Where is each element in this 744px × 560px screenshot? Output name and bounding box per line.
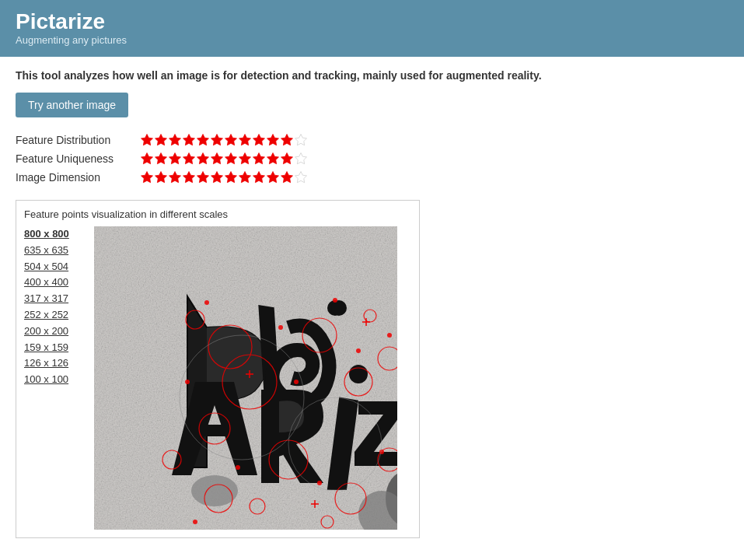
star-icon [210, 170, 224, 184]
stars-uniqueness [140, 152, 308, 166]
svg-marker-4 [197, 135, 209, 145]
star-icon [238, 152, 252, 166]
scale-list-item[interactable]: 400 x 400 [24, 275, 94, 291]
svg-marker-8 [253, 135, 265, 145]
star-icon [266, 133, 280, 147]
svg-marker-30 [225, 172, 237, 183]
rating-row-uniqueness: Feature Uniqueness [16, 152, 728, 166]
svg-marker-35 [295, 172, 307, 183]
star-icon [266, 152, 280, 166]
svg-point-40 [191, 475, 238, 506]
star-icon [182, 170, 196, 184]
star-icon [238, 170, 252, 184]
star-icon [252, 170, 266, 184]
star-icon [294, 152, 308, 166]
scale-list-item[interactable]: 200 x 200 [24, 324, 94, 340]
svg-marker-11 [295, 135, 307, 145]
star-icon [140, 152, 154, 166]
svg-marker-14 [169, 153, 181, 164]
svg-point-71 [193, 520, 197, 524]
scale-list-item[interactable]: 100 x 100 [24, 372, 94, 388]
svg-point-73 [317, 481, 322, 485]
star-icon [210, 133, 224, 147]
star-icon [280, 133, 294, 147]
svg-marker-29 [211, 172, 223, 183]
rating-label-dimension: Image Dimension [16, 171, 140, 184]
star-icon [266, 170, 280, 184]
svg-marker-22 [281, 153, 293, 164]
svg-point-68 [294, 380, 299, 384]
star-icon [140, 133, 154, 147]
scale-list-item[interactable]: 159 x 159 [24, 340, 94, 356]
stars-dimension [140, 170, 308, 184]
scale-list: 800 x 800635 x 635504 x 504400 x 400317 … [24, 226, 94, 530]
svg-marker-16 [197, 153, 209, 164]
svg-marker-33 [267, 172, 279, 183]
svg-marker-2 [169, 135, 181, 145]
header: Pictarize Augmenting any pictures [0, 0, 744, 57]
svg-marker-20 [253, 153, 265, 164]
svg-marker-28 [197, 172, 209, 183]
star-icon [280, 170, 294, 184]
svg-marker-5 [211, 135, 223, 145]
star-icon [140, 170, 154, 184]
svg-marker-10 [281, 135, 293, 145]
svg-point-69 [236, 465, 240, 470]
svg-marker-31 [239, 172, 251, 183]
star-icon [182, 133, 196, 147]
star-icon [294, 170, 308, 184]
star-icon [252, 152, 266, 166]
star-icon [224, 133, 238, 147]
scale-list-item[interactable]: 317 x 317 [24, 291, 94, 307]
svg-marker-6 [225, 135, 237, 145]
rating-label-uniqueness: Feature Uniqueness [16, 152, 140, 165]
svg-marker-15 [183, 153, 195, 164]
svg-marker-0 [141, 135, 153, 145]
rating-row-distribution: Feature Distribution [16, 133, 728, 147]
scale-list-item[interactable]: 126 x 126 [24, 355, 94, 372]
stars-distribution [140, 133, 308, 147]
scale-list-item[interactable]: 635 x 635 [24, 243, 94, 259]
star-icon [196, 152, 210, 166]
viz-title: Feature points visualization in differen… [24, 208, 411, 220]
svg-marker-26 [169, 172, 181, 183]
svg-marker-25 [155, 172, 167, 183]
svg-marker-12 [141, 153, 153, 164]
star-icon [280, 152, 294, 166]
scale-list-item[interactable]: 504 x 504 [24, 259, 94, 275]
star-icon [168, 152, 182, 166]
logo-title: Pictarize [16, 9, 728, 34]
main-content: This tool analyzes how well an image is … [0, 57, 744, 551]
svg-point-65 [387, 333, 392, 338]
svg-point-70 [379, 450, 384, 454]
star-icon [154, 170, 168, 184]
viz-image-container [94, 226, 397, 530]
description-text: This tool analyzes how well an image is … [16, 69, 728, 82]
star-icon [224, 170, 238, 184]
svg-marker-13 [155, 153, 167, 164]
svg-marker-34 [281, 172, 293, 183]
svg-marker-3 [183, 135, 195, 145]
scale-list-item[interactable]: 800 x 800 [24, 226, 94, 243]
rating-row-dimension: Image Dimension [16, 170, 728, 184]
viz-content: 800 x 800635 x 635504 x 504400 x 400317 … [24, 226, 411, 530]
star-icon [154, 133, 168, 147]
star-icon [168, 133, 182, 147]
svg-marker-1 [155, 135, 167, 145]
star-icon [294, 133, 308, 147]
svg-marker-21 [267, 153, 279, 164]
star-icon [154, 152, 168, 166]
try-another-image-button[interactable]: Try another image [16, 93, 128, 117]
svg-point-38 [331, 300, 347, 316]
star-icon [238, 133, 252, 147]
scale-list-item[interactable]: 252 x 252 [24, 307, 94, 324]
svg-point-62 [333, 298, 337, 303]
svg-point-74 [278, 325, 283, 330]
star-icon [210, 152, 224, 166]
star-icon [196, 170, 210, 184]
star-icon [224, 152, 238, 166]
svg-marker-23 [295, 153, 307, 164]
svg-marker-32 [253, 172, 265, 183]
svg-marker-18 [225, 153, 237, 164]
svg-marker-27 [183, 172, 195, 183]
